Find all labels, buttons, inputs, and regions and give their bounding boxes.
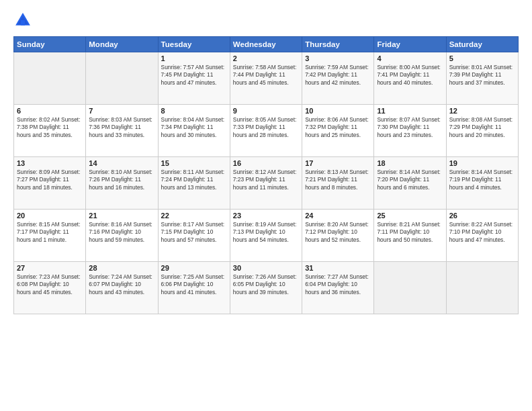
col-friday: Friday (374, 37, 446, 52)
cell-info: Sunrise: 8:04 AM Sunset: 7:34 PM Dayligh… (161, 116, 227, 139)
calendar-cell: 18Sunrise: 8:14 AM Sunset: 7:20 PM Dayli… (374, 157, 446, 210)
calendar-cell (374, 262, 446, 314)
day-number: 29 (161, 264, 227, 272)
day-number: 18 (377, 159, 443, 167)
calendar-cell: 3Sunrise: 7:59 AM Sunset: 7:42 PM Daylig… (302, 52, 374, 105)
calendar-row-0: 1Sunrise: 7:57 AM Sunset: 7:45 PM Daylig… (14, 52, 519, 105)
cell-info: Sunrise: 7:25 AM Sunset: 6:06 PM Dayligh… (161, 273, 227, 296)
calendar-cell: 21Sunrise: 8:16 AM Sunset: 7:16 PM Dayli… (86, 210, 158, 262)
cell-info: Sunrise: 7:26 AM Sunset: 6:05 PM Dayligh… (233, 273, 299, 296)
day-number: 7 (89, 107, 154, 115)
calendar-row-3: 20Sunrise: 8:15 AM Sunset: 7:17 PM Dayli… (14, 210, 519, 262)
calendar-cell: 6Sunrise: 8:02 AM Sunset: 7:38 PM Daylig… (14, 105, 86, 157)
day-number: 16 (233, 159, 299, 167)
cell-info: Sunrise: 8:08 AM Sunset: 7:29 PM Dayligh… (449, 116, 515, 139)
calendar-header-row: Sunday Monday Tuesday Wednesday Thursday… (14, 37, 519, 52)
cell-info: Sunrise: 7:58 AM Sunset: 7:44 PM Dayligh… (233, 64, 299, 87)
calendar-cell: 1Sunrise: 7:57 AM Sunset: 7:45 PM Daylig… (158, 52, 230, 105)
cell-info: Sunrise: 8:14 AM Sunset: 7:19 PM Dayligh… (449, 169, 515, 191)
cell-info: Sunrise: 8:19 AM Sunset: 7:13 PM Dayligh… (233, 221, 299, 244)
day-number: 20 (17, 212, 83, 220)
cell-info: Sunrise: 8:17 AM Sunset: 7:15 PM Dayligh… (161, 221, 227, 244)
calendar-cell: 5Sunrise: 8:01 AM Sunset: 7:39 PM Daylig… (446, 52, 518, 105)
day-number: 1 (161, 54, 227, 62)
calendar-cell: 24Sunrise: 8:20 AM Sunset: 7:12 PM Dayli… (302, 210, 374, 262)
cell-info: Sunrise: 7:57 AM Sunset: 7:45 PM Dayligh… (161, 64, 227, 87)
col-tuesday: Tuesday (158, 37, 230, 52)
day-number: 2 (233, 54, 299, 62)
day-number: 4 (377, 54, 443, 62)
day-number: 23 (233, 212, 299, 220)
day-number: 12 (449, 107, 515, 115)
calendar-cell: 4Sunrise: 8:00 AM Sunset: 7:41 PM Daylig… (374, 52, 446, 105)
day-number: 31 (305, 264, 371, 272)
calendar-cell: 26Sunrise: 8:22 AM Sunset: 7:10 PM Dayli… (446, 210, 518, 262)
cell-info: Sunrise: 8:02 AM Sunset: 7:38 PM Dayligh… (17, 116, 83, 139)
day-number: 19 (449, 159, 515, 167)
day-number: 24 (305, 212, 371, 220)
svg-rect-2 (21, 20, 25, 26)
calendar-cell: 17Sunrise: 8:13 AM Sunset: 7:21 PM Dayli… (302, 157, 374, 210)
calendar-cell: 20Sunrise: 8:15 AM Sunset: 7:17 PM Dayli… (14, 210, 86, 262)
calendar-cell: 7Sunrise: 8:03 AM Sunset: 7:36 PM Daylig… (86, 105, 158, 157)
calendar-row-4: 27Sunrise: 7:23 AM Sunset: 6:08 PM Dayli… (14, 262, 519, 314)
logo (13, 11, 35, 30)
calendar-row-1: 6Sunrise: 8:02 AM Sunset: 7:38 PM Daylig… (14, 105, 519, 157)
calendar-cell: 15Sunrise: 8:11 AM Sunset: 7:24 PM Dayli… (158, 157, 230, 210)
logo-icon (13, 11, 32, 30)
day-number: 11 (377, 107, 443, 115)
cell-info: Sunrise: 8:09 AM Sunset: 7:27 PM Dayligh… (17, 169, 83, 191)
calendar-cell: 2Sunrise: 7:58 AM Sunset: 7:44 PM Daylig… (230, 52, 302, 105)
cell-info: Sunrise: 8:06 AM Sunset: 7:32 PM Dayligh… (305, 116, 371, 139)
day-number: 6 (17, 107, 83, 115)
day-number: 17 (305, 159, 371, 167)
day-number: 13 (17, 159, 83, 167)
calendar-cell: 25Sunrise: 8:21 AM Sunset: 7:11 PM Dayli… (374, 210, 446, 262)
calendar-cell: 13Sunrise: 8:09 AM Sunset: 7:27 PM Dayli… (14, 157, 86, 210)
calendar-cell: 28Sunrise: 7:24 AM Sunset: 6:07 PM Dayli… (86, 262, 158, 314)
cell-info: Sunrise: 8:10 AM Sunset: 7:26 PM Dayligh… (89, 169, 154, 191)
calendar-cell: 16Sunrise: 8:12 AM Sunset: 7:23 PM Dayli… (230, 157, 302, 210)
cell-info: Sunrise: 8:21 AM Sunset: 7:11 PM Dayligh… (377, 221, 443, 244)
calendar-cell (86, 52, 158, 105)
cell-info: Sunrise: 7:59 AM Sunset: 7:42 PM Dayligh… (305, 64, 371, 87)
day-number: 15 (161, 159, 227, 167)
day-number: 10 (305, 107, 371, 115)
day-number: 30 (233, 264, 299, 272)
calendar-cell: 11Sunrise: 8:07 AM Sunset: 7:30 PM Dayli… (374, 105, 446, 157)
day-number: 9 (233, 107, 299, 115)
calendar-cell: 12Sunrise: 8:08 AM Sunset: 7:29 PM Dayli… (446, 105, 518, 157)
calendar-cell: 22Sunrise: 8:17 AM Sunset: 7:15 PM Dayli… (158, 210, 230, 262)
calendar-cell: 14Sunrise: 8:10 AM Sunset: 7:26 PM Dayli… (86, 157, 158, 210)
calendar-cell: 29Sunrise: 7:25 AM Sunset: 6:06 PM Dayli… (158, 262, 230, 314)
calendar-cell: 31Sunrise: 7:27 AM Sunset: 6:04 PM Dayli… (302, 262, 374, 314)
col-thursday: Thursday (302, 37, 374, 52)
cell-info: Sunrise: 8:01 AM Sunset: 7:39 PM Dayligh… (449, 64, 515, 87)
day-number: 22 (161, 212, 227, 220)
calendar-cell: 10Sunrise: 8:06 AM Sunset: 7:32 PM Dayli… (302, 105, 374, 157)
cell-info: Sunrise: 8:05 AM Sunset: 7:33 PM Dayligh… (233, 116, 299, 139)
col-saturday: Saturday (446, 37, 518, 52)
calendar: Sunday Monday Tuesday Wednesday Thursday… (13, 36, 519, 314)
page: Sunday Monday Tuesday Wednesday Thursday… (0, 0, 532, 411)
cell-info: Sunrise: 8:16 AM Sunset: 7:16 PM Dayligh… (89, 221, 154, 244)
day-number: 3 (305, 54, 371, 62)
cell-info: Sunrise: 7:27 AM Sunset: 6:04 PM Dayligh… (305, 273, 371, 296)
cell-info: Sunrise: 8:07 AM Sunset: 7:30 PM Dayligh… (377, 116, 443, 139)
header (13, 11, 519, 30)
cell-info: Sunrise: 8:00 AM Sunset: 7:41 PM Dayligh… (377, 64, 443, 87)
day-number: 28 (89, 264, 154, 272)
cell-info: Sunrise: 8:14 AM Sunset: 7:20 PM Dayligh… (377, 169, 443, 191)
col-monday: Monday (86, 37, 158, 52)
day-number: 26 (449, 212, 515, 220)
cell-info: Sunrise: 8:20 AM Sunset: 7:12 PM Dayligh… (305, 221, 371, 244)
calendar-cell: 30Sunrise: 7:26 AM Sunset: 6:05 PM Dayli… (230, 262, 302, 314)
cell-info: Sunrise: 8:22 AM Sunset: 7:10 PM Dayligh… (449, 221, 515, 244)
day-number: 14 (89, 159, 154, 167)
cell-info: Sunrise: 8:15 AM Sunset: 7:17 PM Dayligh… (17, 221, 83, 244)
col-sunday: Sunday (14, 37, 86, 52)
calendar-cell: 19Sunrise: 8:14 AM Sunset: 7:19 PM Dayli… (446, 157, 518, 210)
day-number: 25 (377, 212, 443, 220)
cell-info: Sunrise: 8:03 AM Sunset: 7:36 PM Dayligh… (89, 116, 154, 139)
calendar-body: 1Sunrise: 7:57 AM Sunset: 7:45 PM Daylig… (14, 52, 519, 314)
